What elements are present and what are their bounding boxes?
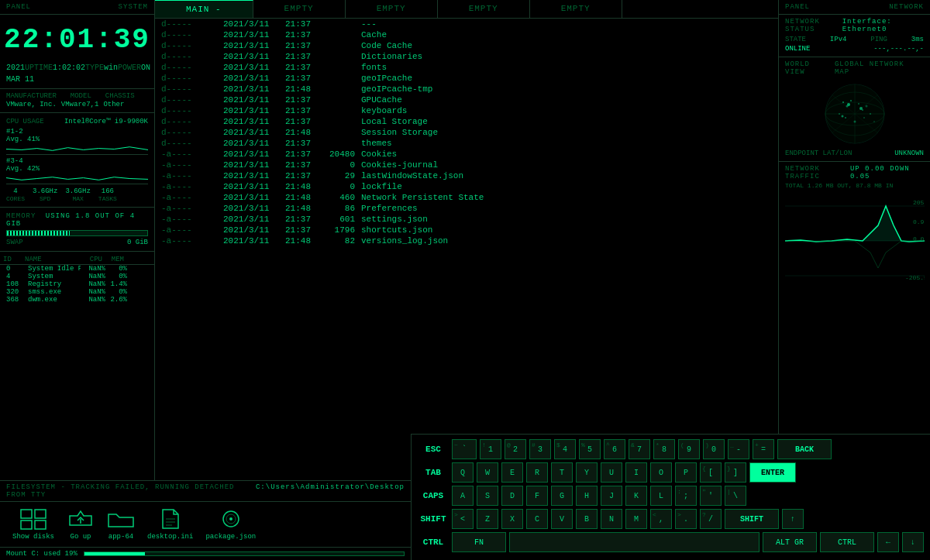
key-1[interactable]: ! 1 (480, 439, 501, 459)
file-row[interactable]: d----- 2021/3/11 21:37 --- (155, 19, 778, 29)
key-p[interactable]: P (675, 462, 697, 483)
key-z[interactable]: Z (477, 509, 498, 529)
right-panel-header: PANEL NETWORK (779, 0, 930, 15)
key-minus[interactable]: _ - (728, 439, 749, 459)
key-quote[interactable]: " ' (700, 486, 722, 506)
key-y[interactable]: Y (576, 462, 598, 483)
traffic-updown: UP 0.00 DOWN 0.05 (850, 165, 924, 180)
key-k[interactable]: K (625, 486, 647, 506)
arrow-down-key[interactable]: ↓ (902, 532, 924, 552)
file-row[interactable]: d----- 2021/3/11 21:48 geoIPcache-tmp (155, 84, 778, 94)
file-row[interactable]: d----- 2021/3/11 21:37 GPUCache (155, 94, 778, 105)
power-label: POWER (118, 64, 141, 72)
file-row[interactable]: d----- 2021/3/11 21:37 Cache (155, 29, 778, 40)
key-q[interactable]: Q (452, 462, 474, 483)
file-row[interactable]: d----- 2021/3/11 21:37 keyboards (155, 105, 778, 116)
key-8[interactable]: * 8 (653, 439, 675, 459)
right-ctrl-key[interactable]: CTRL (820, 532, 874, 552)
key-j[interactable]: J (601, 486, 622, 506)
file-date: 2021/3/11 (223, 236, 285, 246)
key-g[interactable]: G (551, 486, 573, 506)
file-row[interactable]: d----- 2021/3/11 21:37 Dictionaries (155, 51, 778, 62)
file-date: 2021/3/11 (223, 74, 285, 83)
file-time: 21:37 (285, 95, 316, 105)
tab-empty-1[interactable]: EMPTY (253, 0, 346, 18)
key-9[interactable]: ( 9 (678, 439, 700, 459)
file-row[interactable]: -a---- 2021/3/11 21:48 460 Network Persi… (155, 192, 778, 203)
backspace-key[interactable]: BACK (777, 439, 832, 459)
key-u[interactable]: U (601, 462, 622, 483)
tab-main[interactable]: MAIN - (155, 0, 253, 18)
fs-item-package-json[interactable]: package.json (205, 508, 256, 541)
fs-item-app64[interactable]: app-64 (107, 508, 135, 541)
altgr-key[interactable]: ALT GR (763, 532, 817, 552)
key-c[interactable]: C (526, 509, 548, 529)
file-row[interactable]: d----- 2021/3/11 21:37 geoIPcache (155, 73, 778, 84)
space-key[interactable] (509, 532, 760, 552)
key-3[interactable]: # 3 (529, 439, 551, 459)
file-row[interactable]: -a---- 2021/3/11 21:48 0 lockfile (155, 181, 778, 192)
key-tilde[interactable]: ~ ` (452, 439, 477, 459)
key-t[interactable]: T (551, 462, 573, 483)
key-2[interactable]: @ 2 (505, 439, 526, 459)
fs-item-desktop-ini[interactable]: desktop.ini (147, 508, 193, 541)
key-d[interactable]: D (501, 486, 523, 506)
key-n[interactable]: N (601, 509, 622, 529)
key-comma[interactable]: < , (650, 509, 672, 529)
key-rbracket[interactable]: } ] (725, 462, 746, 483)
key-e[interactable]: E (501, 462, 523, 483)
key-semicolon[interactable]: : ; (675, 486, 697, 506)
right-shift-key[interactable]: SHIFT (725, 509, 779, 529)
key-h[interactable]: H (576, 486, 598, 506)
tab-empty-2[interactable]: EMPTY (346, 0, 438, 18)
fs-item-show-disks[interactable]: Show disks (12, 508, 54, 541)
file-row[interactable]: -a---- 2021/3/11 21:37 20480 Cookies (155, 149, 778, 160)
key-i[interactable]: I (625, 462, 647, 483)
file-size: 86 (316, 204, 355, 213)
tab-empty-4[interactable]: EMPTY (530, 0, 622, 18)
file-row[interactable]: d----- 2021/3/11 21:37 Local Storage (155, 116, 778, 127)
key-s[interactable]: S (477, 486, 498, 506)
file-row[interactable]: -a---- 2021/3/11 21:37 0 Cookies-journal (155, 160, 778, 170)
file-row[interactable]: -a---- 2021/3/11 21:48 82 versions_log.j… (155, 235, 778, 246)
key-f[interactable]: F (526, 486, 548, 506)
key-equals[interactable]: + = (753, 439, 774, 459)
enter-key[interactable]: ENTER (749, 462, 796, 483)
arrow-up-key[interactable]: ↑ (782, 509, 804, 529)
file-row[interactable]: -a---- 2021/3/11 21:48 86 Preferences (155, 203, 778, 214)
key-4[interactable]: $ 4 (554, 439, 576, 459)
key-backslash[interactable]: | \ (725, 486, 746, 506)
key-l[interactable]: L (650, 486, 672, 506)
key-b[interactable]: B (576, 509, 598, 529)
key-lt[interactable]: > < (452, 509, 474, 529)
file-row[interactable]: -a---- 2021/3/11 21:37 601 settings.json (155, 214, 778, 225)
key-a[interactable]: A (452, 486, 474, 506)
file-date: 2021/3/11 (223, 41, 285, 50)
key-o[interactable]: O (650, 462, 672, 483)
key-0[interactable]: ) 0 (703, 439, 725, 459)
file-row[interactable]: d----- 2021/3/11 21:37 fonts (155, 62, 778, 73)
key-7[interactable]: & 7 (629, 439, 650, 459)
key-6[interactable]: ^ 6 (604, 439, 625, 459)
file-time: 21:37 (285, 19, 316, 29)
key-5[interactable]: % 5 (579, 439, 601, 459)
key-lbracket[interactable]: { [ (700, 462, 722, 483)
file-row[interactable]: -a---- 2021/3/11 21:37 29 lastWindowStat… (155, 170, 778, 181)
key-v[interactable]: V (551, 509, 573, 529)
svg-point-20 (847, 103, 850, 106)
key-m[interactable]: M (625, 509, 647, 529)
fn-key[interactable]: FN (452, 532, 506, 552)
tab-empty-3[interactable]: EMPTY (438, 0, 530, 18)
fs-item-go-up[interactable]: Go up (67, 508, 95, 541)
file-date: 2021/3/11 (223, 52, 285, 61)
file-row[interactable]: d----- 2021/3/11 21:37 themes (155, 138, 778, 149)
file-row[interactable]: d----- 2021/3/11 21:37 Code Cache (155, 40, 778, 51)
key-slash[interactable]: ? / (700, 509, 722, 529)
key-period[interactable]: > . (675, 509, 697, 529)
key-x[interactable]: X (501, 509, 523, 529)
arrow-left-key[interactable]: ← (877, 532, 899, 552)
file-row[interactable]: d----- 2021/3/11 21:48 Session Storage (155, 127, 778, 138)
key-r[interactable]: R (526, 462, 548, 483)
file-row[interactable]: -a---- 2021/3/11 21:37 1796 shortcuts.js… (155, 225, 778, 235)
key-w[interactable]: W (477, 462, 498, 483)
